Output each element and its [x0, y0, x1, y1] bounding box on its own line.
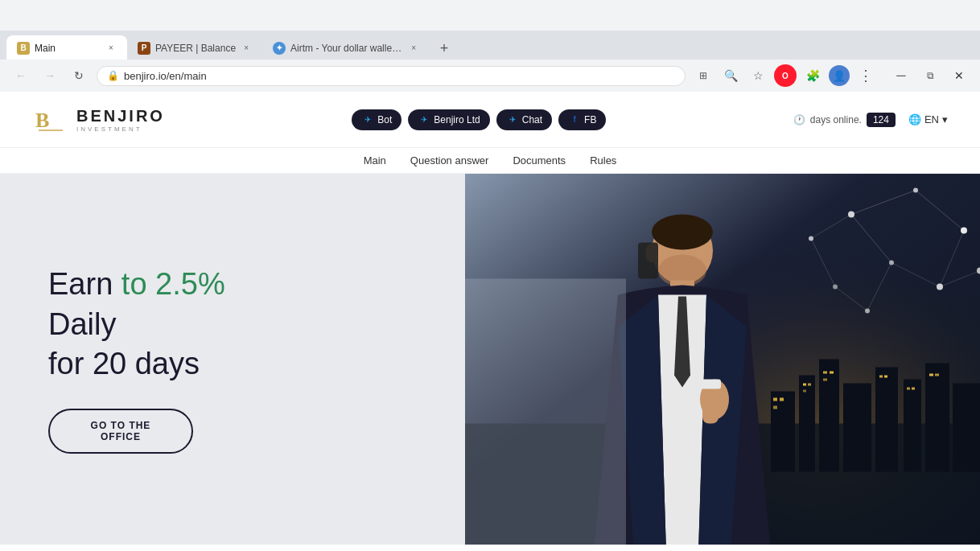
tab-airtm-close[interactable]: ×: [408, 43, 419, 54]
chevron-down-icon: ▾: [942, 113, 948, 125]
toolbar-right: ⊞ 🔍 ☆ O 🧩 👤 ⋮: [692, 64, 877, 87]
tab-payeer-label: PAYEER | Balance: [155, 43, 236, 54]
svg-rect-20: [823, 372, 827, 374]
profile-avatar[interactable]: 👤: [829, 65, 850, 86]
hero-line1-prefix: Earn: [48, 267, 121, 301]
site-navigation: Main Question answer Documents Rules: [0, 148, 980, 174]
hero-line3: for 20 days: [48, 347, 200, 380]
svg-rect-16: [773, 406, 777, 409]
hero-image: [465, 174, 980, 545]
bot-label: Bot: [377, 114, 392, 125]
url-text: benjiro.io/en/main: [124, 70, 207, 82]
logo-text-area: BENJIRO INVESTMENT: [76, 107, 165, 133]
globe-icon: 🌐: [908, 113, 921, 125]
lock-icon: 🔒: [107, 70, 119, 81]
telegram-icon-benjiro: ✈: [418, 113, 430, 126]
tab-bar: B Main × P PAYEER | Balance × ✦ Airtm - …: [0, 31, 980, 60]
nav-item-main[interactable]: Main: [364, 154, 386, 167]
hero-heading: Earn to 2.5% Daily for 20 days: [48, 265, 417, 384]
header-right: 🕐 days online. 124 🌐 EN ▾: [793, 113, 948, 127]
hero-line1-accent: to 2.5%: [121, 267, 225, 301]
tab-payeer-close[interactable]: ×: [241, 43, 252, 54]
hero-left: Earn to 2.5% Daily for 20 days GO TO THE…: [0, 174, 465, 545]
chat-label: Chat: [522, 114, 542, 125]
nav-item-documents[interactable]: Documents: [513, 154, 566, 167]
svg-rect-52: [638, 243, 658, 279]
forward-button[interactable]: →: [39, 64, 61, 87]
maximize-button[interactable]: ⧉: [919, 64, 941, 87]
svg-rect-9: [843, 384, 871, 472]
nav-item-rules[interactable]: Rules: [590, 154, 616, 167]
hero-section: Earn to 2.5% Daily for 20 days GO TO THE…: [0, 174, 980, 545]
tab-payeer[interactable]: P PAYEER | Balance ×: [127, 35, 262, 60]
svg-text:B: B: [35, 109, 49, 132]
logo-area: B BENJIRO INVESTMENT: [32, 101, 165, 138]
svg-rect-13: [953, 384, 980, 472]
tab-payeer-icon: P: [138, 42, 150, 55]
svg-point-49: [652, 215, 713, 250]
bookmark-icon[interactable]: ☆: [747, 64, 769, 87]
tab-airtm-icon: ✦: [273, 42, 286, 55]
facebook-icon: f: [568, 113, 581, 126]
svg-rect-12: [925, 364, 949, 472]
businessperson-figure: [465, 174, 980, 545]
header-social-buttons: ✈ Bot ✈ Benjiro Ltd ✈ Chat f FB: [352, 109, 606, 130]
svg-rect-28: [935, 374, 939, 376]
site-header: B BENJIRO INVESTMENT ✈ Bot ✈ Benjiro Ltd…: [0, 92, 980, 148]
bot-button[interactable]: ✈ Bot: [352, 109, 401, 130]
chat-button[interactable]: ✈ Chat: [496, 109, 552, 130]
benjiro-button[interactable]: ✈ Benjiro Ltd: [408, 109, 489, 130]
tab-main-label: Main: [35, 43, 56, 54]
tab-airtm-label: Airtm - Your dollar wallet withou...: [290, 43, 403, 54]
svg-rect-24: [884, 376, 887, 378]
hero-line2: Daily: [48, 307, 116, 341]
title-bar: [0, 0, 980, 31]
svg-rect-17: [803, 384, 806, 386]
svg-rect-55: [702, 384, 719, 424]
logo-sub: INVESTMENT: [76, 125, 165, 133]
hero-right: [465, 174, 980, 545]
svg-rect-22: [823, 379, 827, 381]
search-icon[interactable]: 🔍: [719, 64, 742, 87]
svg-rect-23: [879, 376, 883, 378]
minimize-button[interactable]: ─: [890, 64, 912, 87]
svg-rect-25: [907, 388, 910, 390]
language-label: EN: [924, 113, 939, 125]
browser-window: B Main × P PAYEER | Balance × ✦ Airtm - …: [0, 0, 980, 92]
language-selector[interactable]: 🌐 EN ▾: [908, 113, 948, 125]
tab-main[interactable]: B Main ×: [6, 35, 127, 60]
opera-icon[interactable]: O: [774, 64, 797, 87]
tab-main-icon: B: [17, 42, 30, 55]
svg-rect-18: [808, 384, 811, 386]
back-button[interactable]: ←: [10, 64, 32, 87]
days-count: 124: [867, 113, 896, 127]
svg-rect-27: [929, 374, 933, 376]
go-to-office-button[interactable]: GO TO THE OFFICE: [48, 409, 193, 454]
close-window-button[interactable]: ✕: [948, 64, 970, 87]
svg-rect-26: [912, 388, 915, 390]
extensions-icon[interactable]: 🧩: [801, 64, 824, 87]
address-bar: ← → ↻ 🔒 benjiro.io/en/main ⊞ 🔍 ☆ O 🧩 👤 ⋮…: [0, 60, 980, 92]
tab-airtm[interactable]: ✦ Airtm - Your dollar wallet withou... ×: [262, 35, 430, 60]
url-bar[interactable]: 🔒 benjiro.io/en/main: [97, 66, 686, 86]
svg-rect-19: [803, 390, 806, 393]
svg-rect-15: [780, 398, 784, 401]
fb-label: FB: [584, 114, 596, 125]
logo-icon: B: [32, 101, 68, 138]
svg-rect-57: [465, 279, 626, 545]
reload-button[interactable]: ↻: [68, 64, 90, 87]
days-badge: 🕐 days online. 124: [793, 113, 896, 127]
svg-rect-14: [773, 398, 777, 401]
more-menu-icon[interactable]: ⋮: [854, 64, 877, 87]
new-tab-button[interactable]: +: [433, 37, 455, 60]
logo-name: BENJIRO: [76, 107, 165, 125]
translate-icon[interactable]: ⊞: [692, 64, 714, 87]
fb-button[interactable]: f FB: [558, 109, 606, 130]
nav-item-question-answer[interactable]: Question answer: [410, 154, 489, 167]
telegram-icon-chat: ✈: [506, 113, 519, 126]
svg-rect-21: [830, 372, 834, 374]
days-online-label: days online.: [810, 114, 862, 125]
website-content: B BENJIRO INVESTMENT ✈ Bot ✈ Benjiro Ltd…: [0, 92, 980, 551]
tab-main-close[interactable]: ×: [105, 43, 117, 54]
svg-rect-10: [875, 368, 898, 472]
